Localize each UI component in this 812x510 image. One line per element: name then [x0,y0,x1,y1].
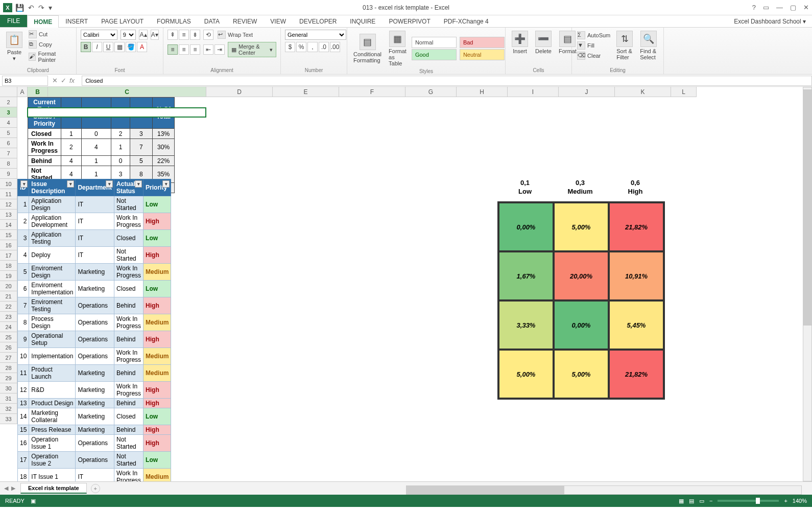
row-header-30[interactable]: 30 [0,383,17,393]
italic-button[interactable]: I [92,42,102,52]
indent-inc-icon[interactable]: ⇥ [214,44,225,55]
filter-dropdown-icon[interactable]: ▾ [106,180,113,188]
row-header-4[interactable]: 4 [0,118,17,128]
row-header-3[interactable]: 3 [0,107,17,118]
zoom-slider[interactable] [718,500,779,502]
row-header-17[interactable]: 17 [0,250,17,261]
enter-formula-icon[interactable]: ✓ [61,77,66,84]
shrink-font-icon[interactable]: A▾ [151,30,159,40]
number-format-select[interactable]: General [285,30,346,40]
autosum-button[interactable]: ΣAutoSum [576,31,611,40]
row-header-2[interactable]: 2 [0,97,17,107]
row-header-19[interactable]: 19 [0,271,17,281]
table-row[interactable]: 5Enviroment DesignMarketingWork In Progr… [18,264,171,281]
tab-formulas[interactable]: FORMULAS [150,15,198,27]
table-row[interactable]: 12R&DMarketingWork In ProgressHigh [18,382,171,399]
table-row[interactable]: 3Application TestingITClosedLow [18,230,171,247]
table-row[interactable]: 6Enviroment ImplementationMarketingClose… [18,281,171,297]
issue-table[interactable]: ID▾Issue Description▾Department▾Actual S… [17,179,171,481]
row-header-32[interactable]: 32 [0,404,17,414]
bold-button[interactable]: B [81,42,91,52]
indent-dec-icon[interactable]: ⇤ [203,44,213,55]
row-header-9[interactable]: 9 [0,169,17,179]
table-row[interactable]: 9Operational SetupOperationsBehindHigh [18,331,171,348]
tab-page-layout[interactable]: PAGE LAYOUT [94,15,150,27]
style-normal[interactable]: Normal [412,37,457,48]
name-box[interactable]: B3 [2,76,48,86]
row-header-23[interactable]: 23 [0,312,17,322]
row-header-14[interactable]: 14 [0,220,17,230]
vertical-scrollbar[interactable] [803,87,812,481]
copy-button[interactable]: ⧉Copy [28,40,72,49]
row-header-7[interactable]: 7 [0,148,17,158]
row-header-21[interactable]: 21 [0,291,17,302]
filter-dropdown-icon[interactable]: ▾ [20,180,28,188]
row-header-25[interactable]: 25 [0,332,17,342]
zoom-in-icon[interactable]: + [784,498,787,504]
align-center-icon[interactable]: ≡ [179,44,189,55]
merge-center-button[interactable]: ▦ Merge & Center ▾ [228,42,276,57]
table-row[interactable]: 13Product DesignMarketingBehindHigh [18,399,171,408]
clear-button[interactable]: ⌫Clear [576,51,611,60]
tab-data[interactable]: DATA [198,15,226,27]
table-row[interactable]: 4DeployITNot StartedHigh [18,247,171,264]
maximize-icon[interactable]: ▢ [790,4,796,11]
table-row[interactable]: 7Enviroment TestingOperationsBehindHigh [18,297,171,314]
table-row[interactable]: 8Process DesignOperationsWork In Progres… [18,314,171,331]
help-icon[interactable]: ? [752,4,756,11]
col-header-C[interactable]: C [48,87,206,97]
col-header-E[interactable]: E [273,87,339,97]
col-header-G[interactable]: G [405,87,457,97]
row-header-15[interactable]: 15 [0,230,17,240]
tab-insert[interactable]: INSERT [59,15,94,27]
cut-button[interactable]: ✂Cut [28,30,72,39]
table-row[interactable]: 11Product LaunchMarketingBehindMedium [18,365,171,382]
sheet-nav-first-icon[interactable]: ◀ [4,485,8,492]
col-header-K[interactable]: K [615,87,671,97]
delete-cells-button[interactable]: ➖Delete [533,30,554,55]
align-top-icon[interactable]: ⇞ [168,30,178,40]
orientation-icon[interactable]: ⟲ [203,30,213,40]
format-painter-button[interactable]: 🖌Format Painter [28,50,72,63]
row-header-18[interactable]: 18 [0,261,17,271]
fx-icon[interactable]: fx [69,77,75,84]
row-header-12[interactable]: 12 [0,199,17,210]
minimize-icon[interactable]: — [776,4,783,11]
align-right-icon[interactable]: ≡ [190,44,200,55]
tab-view[interactable]: VIEW [264,15,293,27]
select-all-corner[interactable] [0,87,17,97]
close-icon[interactable]: ✕ [803,4,809,11]
style-good[interactable]: Good [412,49,457,60]
row-header-10[interactable]: 10 [0,179,17,189]
undo-icon[interactable]: ↶ [28,4,34,12]
row-header-27[interactable]: 27 [0,353,17,363]
col-header-F[interactable]: F [339,87,405,97]
zoom-level[interactable]: 140% [793,498,807,504]
filter-dropdown-icon[interactable]: ▾ [67,180,74,188]
table-row[interactable]: 17Operation Issue 2OperationsNot Started… [18,452,171,469]
row-header-31[interactable]: 31 [0,393,17,404]
insert-cells-button[interactable]: ➕Insert [510,30,530,55]
paste-button[interactable]: 📋Paste▾ [4,31,25,63]
filter-dropdown-icon[interactable]: ▾ [135,180,142,188]
table-row[interactable]: 1Application DesignITNot StartedLow [18,196,171,213]
tab-home[interactable]: HOME [27,15,59,28]
fill-color-button[interactable]: 🪣 [126,42,136,52]
col-header-B[interactable]: B [28,87,48,97]
ribbon-options-icon[interactable]: ▭ [763,4,769,11]
table-row[interactable]: 14Marketing CollateralMarketingClosedLow [18,408,171,425]
dec-decimal-icon[interactable]: .00 [330,42,340,52]
find-select-button[interactable]: 🔍Find & Select [638,30,659,61]
zoom-out-icon[interactable]: − [709,498,712,504]
align-bot-icon[interactable]: ⇟ [190,30,200,40]
save-icon[interactable]: 💾 [15,4,24,12]
format-as-table-button[interactable]: ▦Format as Table [387,30,409,67]
table-row[interactable]: 18IT Issue 1ITWork In ProgressMedium [18,469,171,482]
sort-filter-button[interactable]: ⇅Sort & Filter [614,30,635,61]
underline-button[interactable]: U [103,42,113,52]
comma-icon[interactable]: , [307,42,318,52]
conditional-formatting-button[interactable]: ▤Conditional Formatting [351,33,384,64]
table-row[interactable]: 15Press ReleaseMarketingBehindHigh [18,425,171,435]
view-pagebreak-icon[interactable]: ▭ [699,498,704,504]
fill-button[interactable]: ▼Fill [576,41,611,50]
